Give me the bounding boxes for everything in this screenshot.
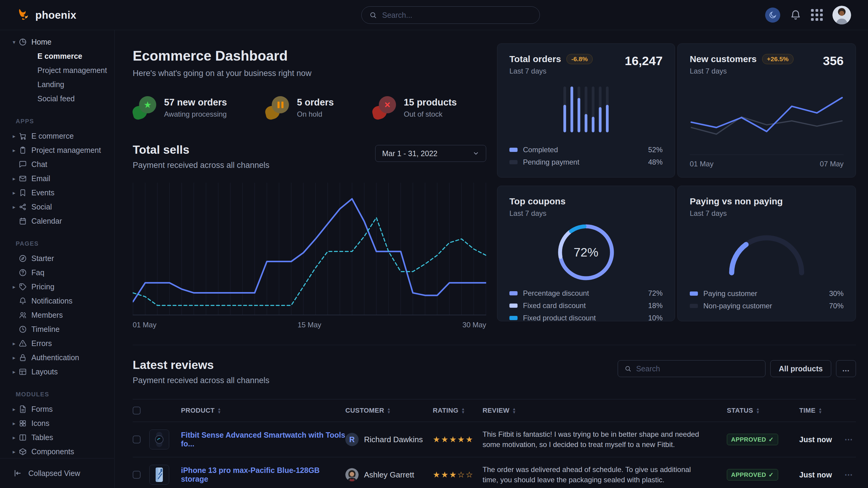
sidebar-item-email[interactable]: ▸Email [0, 171, 114, 186]
notifications-bell-icon[interactable] [790, 9, 801, 21]
sidebar-item-project-management[interactable]: Project management [0, 63, 114, 77]
brand-logo[interactable]: phoenix [17, 7, 76, 23]
caret-icon: ▾ [13, 39, 19, 45]
sidebar-item-events[interactable]: ▸Events [0, 186, 114, 200]
reviews-search-input[interactable] [636, 364, 758, 373]
card-period: Last 7 days [509, 67, 593, 75]
check-icon: ✓ [769, 436, 774, 443]
check-icon: ✓ [769, 471, 774, 478]
product-link[interactable]: iPhone 13 pro max-Pacific Blue-128GB sto… [181, 466, 345, 484]
reviews-table: PRODUCT▲▼ CUSTOMER▲▼ RATING▲▼ REVIEW▲▼ S… [133, 399, 856, 488]
sidebar-item-pricing[interactable]: ▸Pricing [0, 280, 114, 294]
caret-icon: ▸ [13, 449, 19, 455]
sidebar-item-social-feed[interactable]: Social feed [0, 92, 114, 106]
stat-sub: On hold [297, 110, 334, 119]
caret-icon: ▸ [13, 434, 19, 441]
stat-headline: 15 products [404, 97, 457, 108]
date-range-select[interactable]: Mar 1 - 31, 2022 [375, 145, 486, 162]
select-all-checkbox[interactable] [133, 406, 141, 415]
product-link[interactable]: Fitbit Sense Advanced Smartwatch with To… [181, 431, 345, 448]
sidebar-item-layouts[interactable]: ▸Layouts [0, 365, 114, 379]
sidebar-item-faq[interactable]: Faq [0, 265, 114, 280]
on-hold-icon [266, 96, 289, 119]
x-tick: 07 May [820, 160, 843, 168]
legend-value: 70% [829, 302, 843, 310]
date-range-value: Mar 1 - 31, 2022 [382, 149, 437, 158]
paying-gauge-chart [690, 218, 843, 287]
clipboard-icon [19, 146, 27, 154]
column-header-status[interactable]: STATUS [727, 406, 753, 415]
file-icon [19, 405, 27, 413]
status-badge: APPROVED ✓ [727, 469, 778, 481]
product-thumbnail[interactable] [149, 429, 169, 449]
order-stats-row: ★ 57 new orders Awating processing 5 ord… [133, 96, 486, 119]
legend-value: 30% [829, 289, 843, 298]
sidebar-item-members[interactable]: Members [0, 308, 114, 322]
legend-label: Non-paying customer [703, 302, 772, 310]
table-row: iPhone 13 pro max-Pacific Blue-128GB sto… [133, 457, 856, 488]
stat-out-of-stock: ✕ 15 products Out of stock [372, 96, 457, 119]
all-products-button[interactable]: All products [770, 360, 831, 377]
users-icon [19, 311, 27, 319]
sidebar-nav: ▾HomeE commerceProject managementLanding… [0, 35, 114, 458]
column-header-rating[interactable]: RATING [433, 406, 459, 415]
column-header-time[interactable]: TIME [799, 406, 815, 415]
more-options-button[interactable]: ... [836, 360, 856, 377]
sidebar-item-social[interactable]: ▸Social [0, 200, 114, 214]
row-menu-button[interactable]: ⋯ [844, 435, 856, 444]
help-icon [19, 268, 27, 277]
total-sells-header: Total sells Payment received across all … [133, 143, 486, 170]
total-sells-chart: 01 May 15 May 30 May [133, 183, 486, 329]
review-time: Just now [799, 470, 844, 479]
table-header-row: PRODUCT▲▼ CUSTOMER▲▼ RATING▲▼ REVIEW▲▼ S… [133, 399, 856, 422]
legend-swatch [690, 291, 698, 296]
sidebar-item-landing[interactable]: Landing [0, 77, 114, 92]
x-tick: 30 May [462, 321, 486, 329]
card-legend: Completed52%Pending payment48% [509, 143, 662, 168]
reviews-subtitle: Payment received across all channels [133, 376, 269, 385]
sidebar-item-starter[interactable]: Starter [0, 251, 114, 265]
mail-icon [19, 174, 27, 183]
box-icon [19, 448, 27, 456]
sidebar-item-calendar[interactable]: Calendar [0, 214, 114, 228]
apps-grid-icon[interactable] [811, 9, 823, 21]
rating-stars: ★★★★★ [433, 435, 483, 444]
sidebar-item-authentication[interactable]: ▸Authentication [0, 351, 114, 365]
search-icon [625, 365, 631, 372]
user-avatar[interactable] [832, 6, 851, 24]
column-header-review[interactable]: REVIEW [483, 406, 509, 415]
collapsed-view-toggle[interactable]: Collapsed View [0, 458, 114, 488]
table-icon [19, 433, 27, 442]
column-header-product[interactable]: PRODUCT [181, 406, 215, 415]
sidebar-item-tables[interactable]: ▸Tables [0, 430, 114, 445]
global-search-input[interactable] [381, 10, 532, 20]
product-thumbnail[interactable] [149, 465, 169, 485]
legend-swatch [509, 148, 518, 152]
sidebar-item-forms[interactable]: ▸Forms [0, 402, 114, 416]
sidebar-item-components[interactable]: ▸Components [0, 445, 114, 458]
legend-value: 48% [648, 158, 662, 166]
legend-item: Fixed product discount10% [509, 312, 662, 324]
row-menu-button[interactable]: ⋯ [844, 470, 856, 480]
sidebar-item-chat[interactable]: Chat [0, 157, 114, 171]
sidebar-item-icons[interactable]: ▸Icons [0, 416, 114, 430]
reviews-search[interactable] [618, 360, 766, 377]
sidebar-item-e-commerce[interactable]: ▸E commerce [0, 129, 114, 143]
theme-toggle-button[interactable] [765, 7, 780, 23]
legend-label: Fixed card discount [523, 301, 586, 310]
new-orders-icon: ★ [133, 96, 156, 119]
sidebar-item-timeline[interactable]: Timeline [0, 322, 114, 336]
sidebar-item-home[interactable]: ▾Home [0, 35, 114, 49]
sidebar-item-project-management[interactable]: ▸Project management [0, 143, 114, 157]
global-search[interactable] [361, 6, 540, 24]
section-divider [133, 345, 856, 345]
sidebar-item-e-commerce[interactable]: E commerce [0, 49, 114, 63]
row-checkbox[interactable] [133, 435, 141, 444]
stat-headline: 57 new orders [164, 97, 227, 108]
row-checkbox[interactable] [133, 471, 141, 479]
trend-badge: +26.5% [762, 54, 794, 64]
column-header-customer[interactable]: CUSTOMER [345, 406, 384, 415]
sidebar-item-errors[interactable]: ▸Errors [0, 336, 114, 351]
sidebar-item-notifications[interactable]: Notifications [0, 294, 114, 308]
paying-vs-nonpaying-card: Paying vs non paying Last 7 days Paying … [677, 186, 856, 321]
